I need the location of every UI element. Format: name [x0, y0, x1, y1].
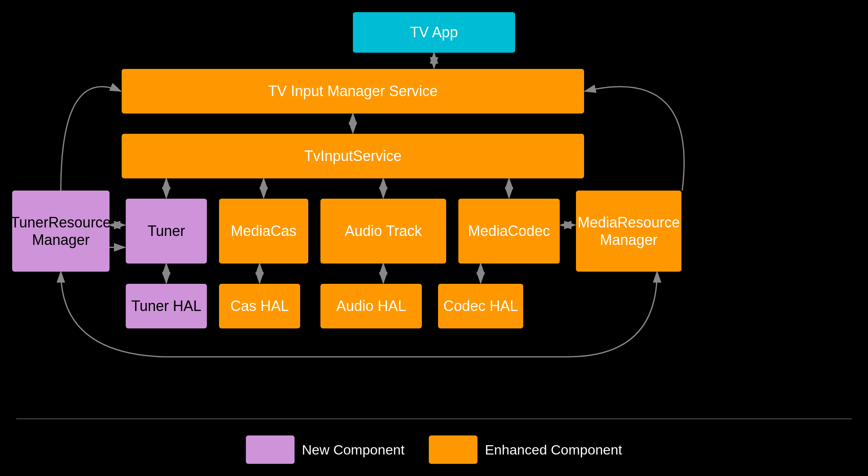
- diagram-container: TV App TV Input Manager Service TvInputS…: [0, 0, 868, 476]
- codec-hal-box: Codec HAL: [438, 284, 523, 328]
- legend-enhanced-component: Enhanced Component: [429, 435, 622, 464]
- codechal-label: Codec HAL: [443, 297, 518, 315]
- mediacodec-label: MediaCodec: [468, 222, 550, 240]
- legend: New Component Enhanced Component: [246, 435, 622, 464]
- tuner-hal-box: Tuner HAL: [126, 284, 207, 328]
- cashal-label: Cas HAL: [230, 297, 289, 315]
- tv-app-label: TV App: [410, 24, 458, 41]
- trm-label: TunerResource Manager: [11, 214, 111, 249]
- tv-app-box: TV App: [353, 12, 515, 53]
- tvis-label: TvInputService: [304, 147, 402, 165]
- mediacodec-box: MediaCodec: [458, 199, 560, 264]
- tuner-resource-manager-box: TunerResource Manager: [12, 191, 110, 272]
- audiohal-label: Audio HAL: [336, 297, 406, 315]
- tims-label: TV Input Manager Service: [268, 82, 438, 100]
- tuner-label: Tuner: [148, 222, 185, 240]
- legend-new-component-box: [246, 435, 294, 464]
- audiotrack-box: Audio Track: [320, 199, 446, 264]
- tv-input-service-box: TvInputService: [122, 134, 584, 178]
- cas-hal-box: Cas HAL: [219, 284, 300, 328]
- legend-new-component: New Component: [246, 435, 404, 464]
- separator-line: [16, 418, 852, 419]
- media-resource-manager-box: MediaResource Manager: [576, 191, 681, 272]
- audiotrack-label: Audio Track: [345, 222, 422, 240]
- legend-enhanced-component-label: Enhanced Component: [485, 442, 622, 458]
- mediacas-label: MediaCas: [231, 222, 296, 240]
- tunerhal-label: Tuner HAL: [131, 297, 202, 315]
- legend-new-component-label: New Component: [302, 442, 404, 458]
- mediacas-box: MediaCas: [219, 199, 308, 264]
- mrm-label: MediaResource Manager: [578, 214, 680, 249]
- tv-input-manager-service-box: TV Input Manager Service: [122, 69, 584, 114]
- tuner-box: Tuner: [126, 199, 207, 264]
- audio-hal-box: Audio HAL: [320, 284, 422, 328]
- legend-enhanced-component-box: [429, 435, 477, 464]
